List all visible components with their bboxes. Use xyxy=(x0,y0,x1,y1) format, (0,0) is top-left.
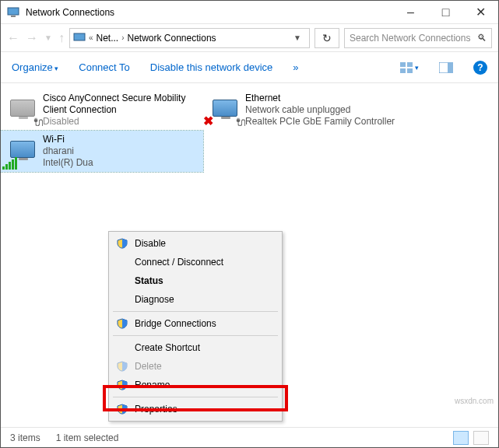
svg-rect-2 xyxy=(74,33,85,40)
minimize-button[interactable]: – xyxy=(393,1,428,23)
breadcrumb-chevron[interactable]: › xyxy=(118,33,127,42)
content-area: 🔌︎ Cisco AnyConnect Secure Mobility Clie… xyxy=(1,83,498,427)
ethernet-status: Network cable unplugged xyxy=(245,104,395,116)
ctx-connect[interactable]: Connect / Disconnect xyxy=(111,253,279,271)
svg-rect-8 xyxy=(448,62,453,73)
up-button[interactable]: ↑ xyxy=(58,31,65,45)
ctx-properties[interactable]: Properties xyxy=(111,400,279,418)
shield-icon xyxy=(116,403,128,415)
toolbar-more[interactable]: » xyxy=(293,61,298,73)
cisco-name: Cisco AnyConnect Secure Mobility Client … xyxy=(43,93,197,116)
ctx-disable[interactable]: Disable xyxy=(111,234,279,253)
shield-icon xyxy=(116,237,128,250)
svg-rect-4 xyxy=(407,62,413,67)
wifi-adapter: Intel(R) Dua xyxy=(43,157,93,169)
ctx-delete: Delete xyxy=(111,357,279,376)
wifi-icon xyxy=(7,134,38,165)
ctx-rename[interactable]: Rename xyxy=(111,376,279,394)
svg-rect-5 xyxy=(400,68,406,73)
breadcrumb[interactable]: « Net... › Network Connections ▼ xyxy=(69,28,310,48)
view-options-button[interactable]: ▾ xyxy=(400,62,419,73)
connection-ethernet[interactable]: ✖ 🔌︎ Ethernet Network cable unplugged Re… xyxy=(203,89,437,131)
ctx-status-label: Status xyxy=(135,275,163,286)
shield-icon xyxy=(116,360,128,373)
search-placeholder: Search Network Connections xyxy=(350,33,470,44)
ethernet-icon: ✖ 🔌︎ xyxy=(209,93,241,124)
connection-wifi[interactable]: Wi-Fi dharani Intel(R) Dua xyxy=(1,131,203,172)
ctx-separator-2 xyxy=(113,335,278,336)
ctx-separator-3 xyxy=(113,397,278,397)
svg-rect-0 xyxy=(8,8,19,15)
back-button[interactable]: ← xyxy=(7,31,19,45)
title-bar: Network Connections – □ ✕ xyxy=(1,1,498,24)
ctx-bridge-label: Bridge Connections xyxy=(135,318,216,329)
search-icon: 🔍︎ xyxy=(477,33,487,44)
view-large-icons-button[interactable] xyxy=(453,431,469,445)
nav-arrows: ← → ▼ ↑ xyxy=(7,31,65,45)
ctx-delete-label: Delete xyxy=(135,361,162,372)
breadcrumb-level1[interactable]: Net... xyxy=(96,33,118,44)
ctx-disable-label: Disable xyxy=(135,238,166,249)
connect-to-button[interactable]: Connect To xyxy=(79,61,130,73)
address-bar: ← → ▼ ↑ « Net... › Network Connections ▼… xyxy=(1,24,498,52)
toolbar: Organize Connect To Disable this network… xyxy=(1,52,498,83)
breadcrumb-level2[interactable]: Network Connections xyxy=(128,33,216,44)
status-selected: 1 item selected xyxy=(56,432,119,443)
svg-rect-3 xyxy=(400,62,406,67)
organize-menu[interactable]: Organize xyxy=(12,61,58,73)
status-bar: 3 items 1 item selected xyxy=(1,427,498,447)
ctx-connect-label: Connect / Disconnect xyxy=(135,257,223,268)
connection-cisco[interactable]: 🔌︎ Cisco AnyConnect Secure Mobility Clie… xyxy=(1,89,203,131)
ctx-status[interactable]: Status xyxy=(111,271,279,290)
disable-device-button[interactable]: Disable this network device xyxy=(150,61,273,73)
ethernet-adapter: Realtek PCIe GbE Family Controller xyxy=(245,116,395,128)
shield-icon xyxy=(116,379,128,391)
wifi-name: Wi-Fi xyxy=(43,134,93,145)
ctx-diagnose[interactable]: Diagnose xyxy=(111,290,279,309)
breadcrumb-sep: « xyxy=(86,33,97,42)
ctx-diagnose-label: Diagnose xyxy=(135,294,174,305)
help-button[interactable]: ? xyxy=(473,61,487,75)
ctx-rename-label: Rename xyxy=(135,380,170,390)
status-item-count: 3 items xyxy=(10,432,40,443)
shield-icon xyxy=(116,317,128,330)
svg-rect-1 xyxy=(11,16,16,17)
refresh-button[interactable]: ↻ xyxy=(315,28,339,48)
cisco-status: Disabled xyxy=(43,116,197,128)
window-title: Network Connections xyxy=(26,7,393,18)
ctx-shortcut-label: Create Shortcut xyxy=(135,342,200,353)
watermark: wsxdn.com xyxy=(455,397,494,405)
search-input[interactable]: Search Network Connections 🔍︎ xyxy=(344,28,492,48)
location-icon xyxy=(73,32,86,44)
breadcrumb-dropdown[interactable]: ▼ xyxy=(289,33,306,42)
preview-pane-button[interactable] xyxy=(439,62,453,73)
recent-dropdown[interactable]: ▼ xyxy=(44,33,52,42)
svg-rect-6 xyxy=(407,68,413,73)
ctx-separator-1 xyxy=(113,311,278,312)
view-details-button[interactable] xyxy=(473,431,489,445)
maximize-button[interactable]: □ xyxy=(428,1,463,23)
ctx-properties-label: Properties xyxy=(135,404,177,415)
ethernet-name: Ethernet xyxy=(245,93,395,104)
cisco-icon: 🔌︎ xyxy=(7,93,38,124)
ctx-shortcut[interactable]: Create Shortcut xyxy=(111,338,279,357)
app-icon xyxy=(7,6,19,19)
close-button[interactable]: ✕ xyxy=(463,1,498,23)
context-menu: Disable Connect / Disconnect Status Diag… xyxy=(108,231,283,422)
forward-button[interactable]: → xyxy=(26,31,38,45)
ctx-bridge[interactable]: Bridge Connections xyxy=(111,314,279,333)
wifi-status: dharani xyxy=(43,145,93,157)
window-controls: – □ ✕ xyxy=(393,1,498,23)
